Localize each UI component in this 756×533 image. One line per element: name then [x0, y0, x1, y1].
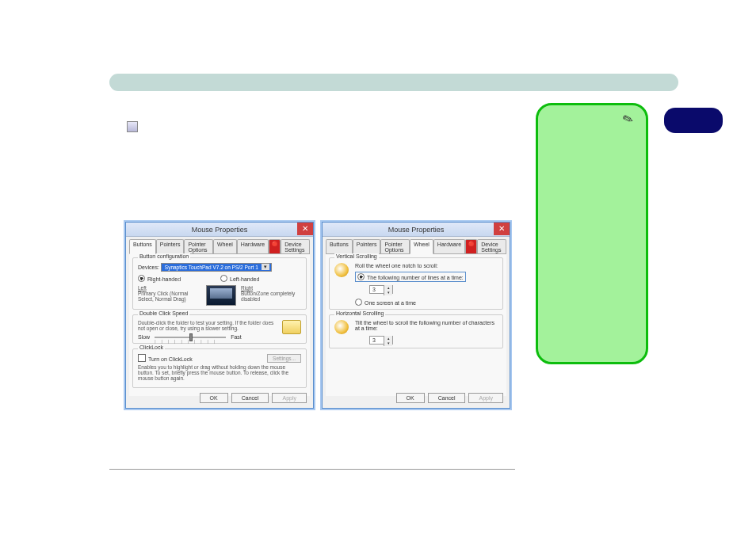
- dialog-title: Mouse Properties: [388, 226, 445, 234]
- cancel-button[interactable]: Cancel: [231, 393, 269, 403]
- double-click-help: Double-click the folder to test your set…: [138, 320, 277, 331]
- tab-hardware[interactable]: Hardware: [237, 239, 269, 254]
- close-icon[interactable]: ✕: [494, 223, 510, 235]
- ok-button[interactable]: OK: [200, 393, 228, 403]
- slider-fast-label: Fast: [231, 334, 242, 340]
- tab-pointer-options[interactable]: Pointer Options: [380, 239, 410, 254]
- group-double-click: Double Click Speed Double-click the fold…: [132, 314, 307, 344]
- checkbox-clicklock[interactable]: Turn on ClickLock: [138, 356, 193, 362]
- radio-lines[interactable]: The following number of lines at a time:: [357, 275, 464, 280]
- bottom-rule: [109, 469, 515, 470]
- wheel-icon: [334, 263, 349, 277]
- tab-device-settings[interactable]: Device Settings: [281, 239, 310, 254]
- section-header-bar: [109, 74, 678, 91]
- slider-slow-label: Slow: [138, 334, 150, 340]
- mouse-properties-dialog-wheel: Mouse Properties ✕ Buttons Pointers Poin…: [322, 222, 510, 409]
- tab-row: Buttons Pointers Pointer Options Wheel H…: [323, 237, 510, 253]
- dialog-titlebar[interactable]: Mouse Properties ✕: [126, 223, 313, 237]
- dialog-button-row: OK Cancel Apply: [396, 393, 503, 403]
- devices-label: Devices:: [138, 265, 159, 270]
- group-vertical-scrolling: Vertical Scrolling Roll the wheel one no…: [329, 257, 503, 310]
- legend-button-config: Button configuration: [138, 253, 190, 259]
- tab-panel-buttons: Button configuration Devices: Synaptics …: [129, 253, 310, 396]
- pencil-icon: ✎: [620, 110, 636, 128]
- body-line-2: [127, 120, 523, 134]
- tab-pointers[interactable]: Pointers: [156, 239, 185, 254]
- right-col-title: Right: [241, 285, 296, 291]
- tab-device-badge: 🔴: [269, 239, 281, 254]
- apply-button[interactable]: Apply: [468, 393, 503, 403]
- group-horizontal-scrolling: Horizontal Scrolling Tilt the wheel to s…: [329, 314, 503, 348]
- dialog-button-row: OK Cancel Apply: [200, 393, 307, 403]
- tab-pointers[interactable]: Pointers: [353, 239, 381, 254]
- left-col-title: Left: [138, 285, 201, 291]
- tab-row: Buttons Pointers Pointer Options Wheel H…: [126, 237, 313, 253]
- tab-pointer-options[interactable]: Pointer Options: [184, 239, 213, 254]
- tab-wheel[interactable]: Wheel: [410, 239, 433, 254]
- side-note-box: ✎: [536, 103, 648, 364]
- radio-left-handed[interactable]: Left-handed: [220, 275, 259, 282]
- legend-horizontal: Horizontal Scrolling: [334, 310, 385, 316]
- tab-hardware[interactable]: Hardware: [433, 239, 465, 254]
- clicklock-settings-button[interactable]: Settings...: [267, 354, 301, 363]
- tab-device-badge: 🔴: [465, 239, 477, 254]
- left-col-text: Primary Click (Normal Select, Normal Dra…: [138, 291, 201, 302]
- group-clicklock: ClickLock Turn on ClickLock Settings... …: [132, 348, 307, 388]
- touchpad-image: [206, 285, 236, 306]
- tab-wheel[interactable]: Wheel: [213, 239, 237, 254]
- radio-right-handed[interactable]: Right-handed: [138, 275, 181, 282]
- apply-button[interactable]: Apply: [272, 393, 307, 403]
- radio-one-screen[interactable]: One screen at a time: [355, 300, 416, 306]
- wheel-tilt-icon: [334, 320, 349, 334]
- tab-buttons[interactable]: Buttons: [326, 239, 353, 254]
- tab-device-settings[interactable]: Device Settings: [477, 239, 506, 254]
- ok-button[interactable]: OK: [396, 393, 425, 403]
- legend-vertical: Vertical Scrolling: [334, 253, 379, 259]
- mouse-cpl-icon: [127, 121, 138, 132]
- legend-clicklock: ClickLock: [138, 345, 165, 350]
- right-col-text: Button/Zone completely disabled: [241, 291, 296, 302]
- cancel-button[interactable]: Cancel: [428, 393, 466, 403]
- dialog-title: Mouse Properties: [192, 226, 248, 234]
- tab-buttons[interactable]: Buttons: [129, 239, 156, 254]
- vertical-intro: Roll the wheel one notch to scroll:: [355, 263, 498, 268]
- legend-double-click: Double Click Speed: [138, 310, 189, 316]
- close-icon[interactable]: ✕: [297, 223, 313, 235]
- double-click-slider[interactable]: ||||||||||: [155, 337, 226, 338]
- horizontal-intro: Tilt the wheel to scroll the following n…: [355, 320, 498, 331]
- side-dark-pill: [664, 108, 723, 133]
- dialog-titlebar[interactable]: Mouse Properties ✕: [323, 223, 510, 237]
- tab-panel-wheel: Vertical Scrolling Roll the wheel one no…: [326, 253, 506, 396]
- clicklock-help: Enables you to highlight or drag without…: [138, 364, 301, 381]
- mouse-properties-dialog-buttons: Mouse Properties ✕ Buttons Pointers Poin…: [125, 222, 314, 409]
- folder-test-icon[interactable]: [282, 320, 301, 334]
- devices-dropdown[interactable]: Synaptics TouchPad V7.2 on PS/2 Port 1: [161, 263, 272, 272]
- vertical-lines-spinner[interactable]: 3: [369, 285, 393, 294]
- group-button-config: Button configuration Devices: Synaptics …: [132, 257, 307, 310]
- horizontal-chars-spinner[interactable]: 3: [369, 336, 393, 345]
